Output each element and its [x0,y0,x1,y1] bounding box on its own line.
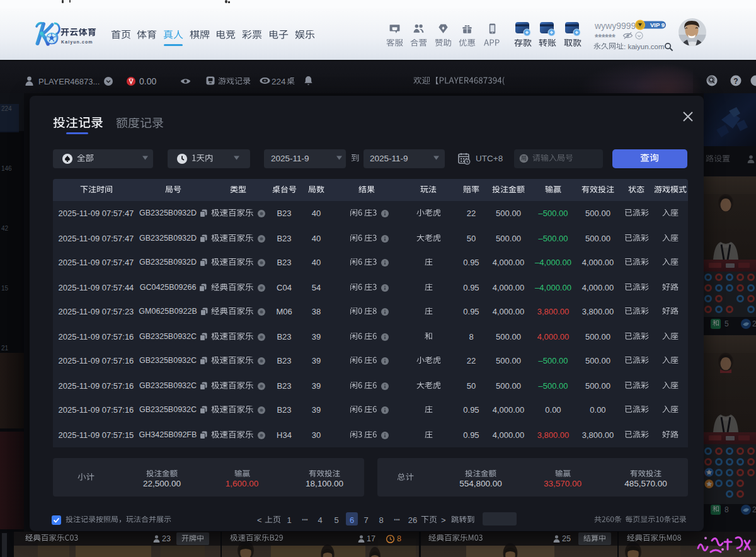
svg-text:VIP 9: VIP 9 [650,21,665,28]
svg-text:?: ? [733,77,738,86]
